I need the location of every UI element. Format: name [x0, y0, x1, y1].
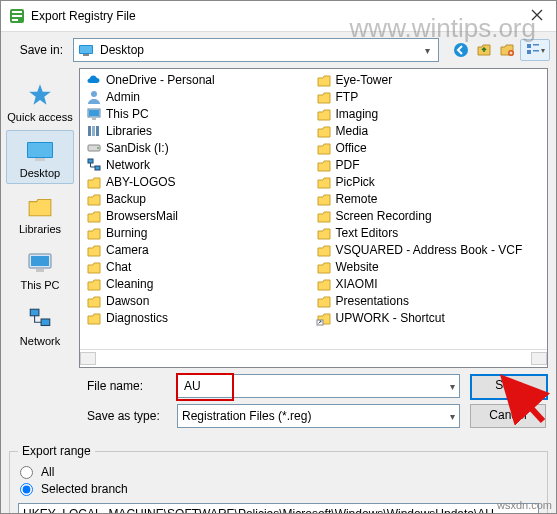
list-item[interactable]: Website: [314, 258, 544, 275]
list-item[interactable]: ABY-LOGOS: [84, 173, 314, 190]
save-as-type-combobox[interactable]: Registration Files (*.reg) ▾: [177, 404, 460, 428]
list-item[interactable]: PicPick: [314, 173, 544, 190]
list-item[interactable]: Imaging: [314, 105, 544, 122]
folder-icon: [316, 174, 332, 190]
chevron-down-icon[interactable]: ▾: [450, 381, 455, 392]
list-item[interactable]: Backup: [84, 190, 314, 207]
export-range-all[interactable]: All: [18, 465, 539, 479]
place-this-pc[interactable]: This PC: [6, 242, 74, 296]
save-button[interactable]: Save: [470, 374, 548, 400]
folder-icon: [316, 191, 332, 207]
list-item-label: Office: [336, 141, 367, 155]
list-item-label: VSQUARED - Address Book - VCF: [336, 243, 523, 257]
list-item[interactable]: Media: [314, 122, 544, 139]
save-in-dropdown[interactable]: Desktop ▾: [73, 38, 439, 62]
list-item[interactable]: FTP: [314, 88, 544, 105]
list-item[interactable]: Remote: [314, 190, 544, 207]
list-item[interactable]: Libraries: [84, 122, 314, 139]
filename-input[interactable]: [182, 378, 450, 394]
svg-rect-20: [41, 319, 50, 326]
horizontal-scrollbar[interactable]: [80, 349, 547, 367]
list-item-label: Admin: [106, 90, 140, 104]
shortcut-icon: [316, 310, 332, 326]
up-one-level-icon[interactable]: [474, 40, 494, 60]
list-item[interactable]: Network: [84, 156, 314, 173]
folder-icon: [316, 72, 332, 88]
list-item-label: OneDrive - Personal: [106, 73, 215, 87]
radio-selected-branch[interactable]: [20, 483, 33, 496]
file-list[interactable]: OneDrive - PersonalAdminThis PCLibraries…: [80, 69, 547, 349]
list-item[interactable]: BrowsersMail: [84, 207, 314, 224]
place-label: Desktop: [20, 167, 60, 179]
list-item[interactable]: OneDrive - Personal: [84, 71, 314, 88]
list-item-label: PicPick: [336, 175, 375, 189]
svg-rect-5: [80, 46, 92, 53]
place-desktop[interactable]: Desktop: [6, 130, 74, 184]
list-item[interactable]: Eye-Tower: [314, 71, 544, 88]
place-libraries[interactable]: Libraries: [6, 186, 74, 240]
list-item[interactable]: VSQUARED - Address Book - VCF: [314, 241, 544, 258]
list-item[interactable]: Burning: [84, 224, 314, 241]
svg-rect-23: [89, 110, 99, 116]
selected-branch-input[interactable]: [18, 503, 539, 514]
desktop-icon: [78, 42, 94, 58]
chevron-down-icon: ▾: [425, 45, 434, 56]
export-range-group: Export range All Selected branch: [9, 444, 548, 514]
folder-icon: [316, 293, 332, 309]
list-item-label: FTP: [336, 90, 359, 104]
list-item[interactable]: This PC: [84, 105, 314, 122]
filename-label: File name:: [87, 379, 167, 393]
place-label: Network: [20, 335, 60, 347]
list-item[interactable]: Diagnostics: [84, 309, 314, 326]
list-item[interactable]: Text Editors: [314, 224, 544, 241]
svg-point-21: [91, 91, 97, 97]
radio-selected-branch-label: Selected branch: [41, 482, 128, 496]
list-item[interactable]: SanDisk (I:): [84, 139, 314, 156]
list-item-label: Media: [336, 124, 369, 138]
svg-rect-11: [527, 50, 531, 54]
list-item-label: Burning: [106, 226, 147, 240]
list-item[interactable]: Cleaning: [84, 275, 314, 292]
list-item[interactable]: Screen Recording: [314, 207, 544, 224]
place-network[interactable]: Network: [6, 298, 74, 352]
save-in-value: Desktop: [100, 43, 144, 57]
network-icon: [86, 157, 102, 173]
svg-point-29: [97, 147, 99, 149]
views-icon[interactable]: ▾: [520, 39, 550, 61]
list-item-label: Eye-Tower: [336, 73, 393, 87]
list-item-label: XIAOMI: [336, 277, 378, 291]
folder-icon: [316, 89, 332, 105]
list-item-label: Network: [106, 158, 150, 172]
new-folder-icon[interactable]: [497, 40, 517, 60]
list-item[interactable]: Chat: [84, 258, 314, 275]
list-item[interactable]: PDF: [314, 156, 544, 173]
list-item[interactable]: XIAOMI: [314, 275, 544, 292]
back-icon[interactable]: [451, 40, 471, 60]
export-range-selected[interactable]: Selected branch: [18, 482, 539, 496]
list-item-label: BrowsersMail: [106, 209, 178, 223]
folder-icon: [316, 123, 332, 139]
list-item-label: This PC: [106, 107, 149, 121]
list-item-label: Cleaning: [106, 277, 153, 291]
save-as-type-label: Save as type:: [87, 409, 167, 423]
list-item[interactable]: Dawson: [84, 292, 314, 309]
radio-all[interactable]: [20, 466, 33, 479]
list-item[interactable]: Camera: [84, 241, 314, 258]
list-item[interactable]: Presentations: [314, 292, 544, 309]
file-form: File name: ▾ Save as type: Registration …: [1, 368, 556, 440]
place-quick-access[interactable]: Quick access: [6, 74, 74, 128]
window-title: Export Registry File: [31, 9, 136, 23]
filename-combobox[interactable]: ▾: [177, 374, 460, 398]
list-item-label: Backup: [106, 192, 146, 206]
place-label: Libraries: [19, 223, 61, 235]
svg-rect-10: [533, 44, 539, 46]
list-item[interactable]: Office: [314, 139, 544, 156]
list-item[interactable]: UPWORK - Shortcut: [314, 309, 544, 326]
cancel-button[interactable]: Cancel: [470, 404, 546, 428]
libraries-icon: [86, 123, 102, 139]
chevron-down-icon[interactable]: ▾: [450, 411, 455, 422]
app-icon: [9, 8, 25, 24]
close-icon[interactable]: [526, 9, 548, 24]
list-item-label: Remote: [336, 192, 378, 206]
list-item[interactable]: Admin: [84, 88, 314, 105]
